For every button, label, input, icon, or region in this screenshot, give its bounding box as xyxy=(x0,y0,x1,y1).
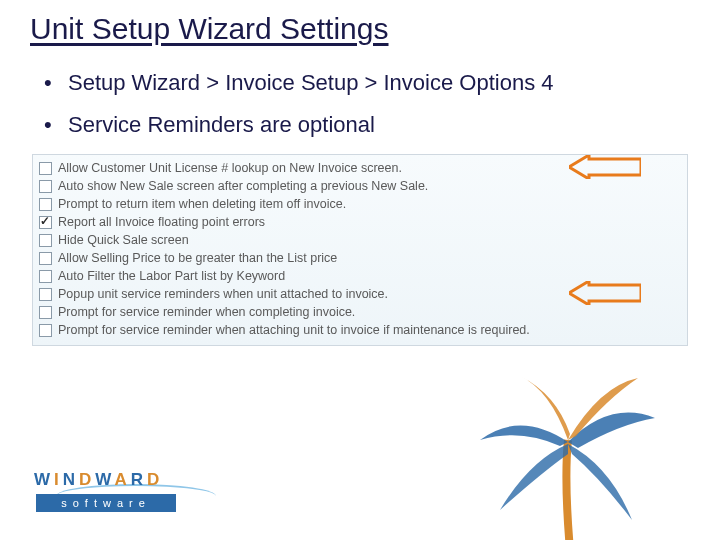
option-row: Auto show New Sale screen after completi… xyxy=(39,177,681,195)
option-label: Report all Invoice floating point errors xyxy=(58,215,265,229)
option-row: Allow Selling Price to be greater than t… xyxy=(39,249,681,267)
option-label: Prompt for service reminder when attachi… xyxy=(58,323,530,337)
bullet-list: Setup Wizard > Invoice Setup > Invoice O… xyxy=(44,70,698,138)
options-panel: Allow Customer Unit License # lookup on … xyxy=(32,154,688,346)
footer: WINDWARD software xyxy=(0,420,720,540)
palm-tree-icon xyxy=(460,370,660,540)
checkbox[interactable] xyxy=(39,270,52,283)
checkbox[interactable] xyxy=(39,162,52,175)
highlight-arrow-icon xyxy=(569,281,641,305)
option-label: Allow Customer Unit License # lookup on … xyxy=(58,161,402,175)
checkbox[interactable] xyxy=(39,324,52,337)
brand-sub: software xyxy=(36,494,176,512)
option-label: Hide Quick Sale screen xyxy=(58,233,189,247)
option-label: Prompt for service reminder when complet… xyxy=(58,305,355,319)
checkbox[interactable] xyxy=(39,234,52,247)
bullet-item: Service Reminders are optional xyxy=(44,112,698,138)
brand-name: WINDWARD xyxy=(34,470,163,490)
option-row: Prompt for service reminder when complet… xyxy=(39,303,681,321)
highlight-arrow-icon xyxy=(569,155,641,179)
logo-swoosh-icon xyxy=(56,484,216,496)
option-row: Hide Quick Sale screen xyxy=(39,231,681,249)
bullet-item: Setup Wizard > Invoice Setup > Invoice O… xyxy=(44,70,698,96)
brand-logo: WINDWARD software xyxy=(34,452,204,522)
option-label: Auto show New Sale screen after completi… xyxy=(58,179,428,193)
option-label: Auto Filter the Labor Part list by Keywo… xyxy=(58,269,285,283)
option-label: Popup unit service reminders when unit a… xyxy=(58,287,388,301)
checkbox[interactable] xyxy=(39,306,52,319)
checkbox[interactable] xyxy=(39,180,52,193)
page-title: Unit Setup Wizard Settings xyxy=(30,12,698,46)
checkbox[interactable] xyxy=(39,216,52,229)
checkbox[interactable] xyxy=(39,288,52,301)
option-row: Prompt for service reminder when attachi… xyxy=(39,321,681,339)
option-label: Allow Selling Price to be greater than t… xyxy=(58,251,337,265)
checkbox[interactable] xyxy=(39,252,52,265)
checkbox[interactable] xyxy=(39,198,52,211)
option-row: Prompt to return item when deleting item… xyxy=(39,195,681,213)
option-row: Report all Invoice floating point errors xyxy=(39,213,681,231)
option-label: Prompt to return item when deleting item… xyxy=(58,197,346,211)
